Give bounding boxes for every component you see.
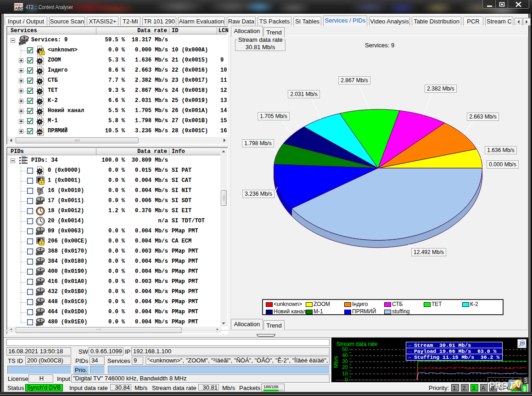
svg-text:PRO: PRO <box>489 380 508 390</box>
svg-text:UA: UA <box>523 377 528 383</box>
svg-text:%: % <box>517 386 521 392</box>
svg-text:ABC: ABC <box>15 6 23 11</box>
svg-text:NE: NE <box>522 386 527 392</box>
